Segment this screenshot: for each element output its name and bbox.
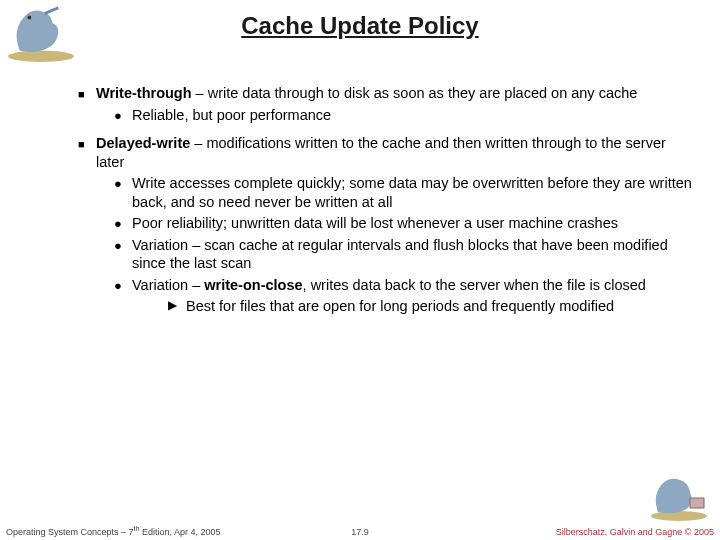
disc-bullet-icon: ●	[114, 214, 132, 233]
bullet-text: Reliable, but poor performance	[132, 106, 696, 125]
bullet-term: Delayed-write	[96, 135, 190, 151]
bullet-level2: ● Reliable, but poor performance	[96, 106, 696, 125]
slide-footer: Operating System Concepts – 7th Edition,…	[0, 523, 720, 537]
svg-point-2	[651, 511, 707, 521]
disc-bullet-icon: ●	[114, 276, 132, 316]
disc-bullet-icon: ●	[114, 236, 132, 273]
footer-right: Silberschatz, Galvin and Gagne © 2005	[556, 527, 714, 537]
slide-title: Cache Update Policy	[0, 12, 720, 40]
svg-rect-3	[690, 498, 704, 508]
bullet-text: – write data through to disk as soon as …	[192, 85, 638, 101]
bullet-text: Write accesses complete quickly; some da…	[132, 174, 696, 211]
bullet-level2: ● Variation – scan cache at regular inte…	[96, 236, 696, 273]
bullet-term: Write-through	[96, 85, 192, 101]
bullet-text: Variation – scan cache at regular interv…	[132, 236, 696, 273]
dinosaur-image-bottom-right	[644, 472, 714, 522]
bullet-level2: ● Poor reliability; unwritten data will …	[96, 214, 696, 233]
bullet-level2: ● Write accesses complete quickly; some …	[96, 174, 696, 211]
bullet-level3: ▶ Best for files that are open for long …	[132, 297, 696, 316]
bullet-text: Variation –	[132, 277, 204, 293]
bullet-level1: ■ Delayed-write – modifications written …	[78, 134, 696, 316]
bullet-text: Poor reliability; unwritten data will be…	[132, 214, 696, 233]
slide-body: ■ Write-through – write data through to …	[78, 84, 696, 318]
bullet-text: Best for files that are open for long pe…	[186, 297, 696, 316]
square-bullet-icon: ■	[78, 134, 96, 316]
bullet-text: , writes data back to the server when th…	[303, 277, 646, 293]
bullet-level1: ■ Write-through – write data through to …	[78, 84, 696, 124]
svg-point-0	[8, 50, 74, 62]
square-bullet-icon: ■	[78, 84, 96, 124]
disc-bullet-icon: ●	[114, 174, 132, 211]
triangle-bullet-icon: ▶	[168, 297, 186, 316]
bullet-level2: ● Variation – write-on-close, writes dat…	[96, 276, 696, 316]
disc-bullet-icon: ●	[114, 106, 132, 125]
bullet-bold: write-on-close	[204, 277, 302, 293]
